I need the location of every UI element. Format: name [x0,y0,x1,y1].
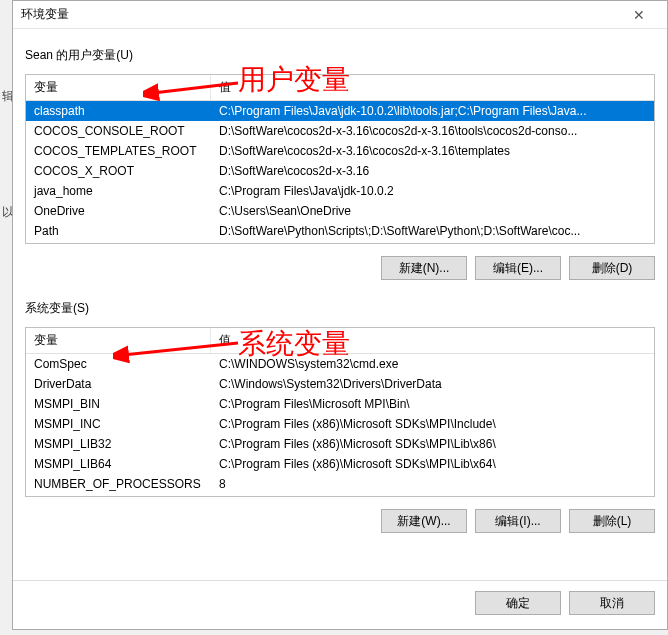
cell-value: C:\Users\Sean\OneDrive [211,202,654,220]
cell-variable: Path [26,222,211,240]
cell-value: C:\WINDOWS\system32\cmd.exe [211,355,654,373]
system-edit-button[interactable]: 编辑(I)... [475,509,561,533]
cell-variable: MSMPI_INC [26,415,211,433]
cell-variable: java_home [26,182,211,200]
user-vars-table[interactable]: 变量 值 classpathC:\Program Files\Java\jdk-… [25,74,655,244]
user-edit-button[interactable]: 编辑(E)... [475,256,561,280]
system-vars-label: 系统变量(S) [25,300,655,317]
cell-variable: ComSpec [26,355,211,373]
cell-variable: COCOS_CONSOLE_ROOT [26,122,211,140]
ok-button[interactable]: 确定 [475,591,561,615]
cell-value: D:\SoftWare\cocos2d-x-3.16 [211,162,654,180]
cell-variable: OneDrive [26,202,211,220]
env-vars-dialog: 环境变量 ✕ 用户变量 Sean 的用户变量(U) 变量 值 classpath… [12,0,668,630]
table-row[interactable]: OnlineServicesOnline Services [26,494,654,497]
cancel-button[interactable]: 取消 [569,591,655,615]
table-row[interactable]: COCOS_X_ROOTD:\SoftWare\cocos2d-x-3.16 [26,161,654,181]
cell-value: D:\SoftWare\cocos2d-x-3.16\cocos2d-x-3.1… [211,142,654,160]
column-value[interactable]: 值 [211,75,654,100]
cell-value: C:\Users\Sean\AppData\Local\Temp [211,242,654,244]
table-row[interactable]: DriverDataC:\Windows\System32\Drivers\Dr… [26,374,654,394]
cell-value: C:\Program Files (x86)\Microsoft SDKs\MP… [211,435,654,453]
table-row[interactable]: java_homeC:\Program Files\Java\jdk-10.0.… [26,181,654,201]
table-row[interactable]: classpathC:\Program Files\Java\jdk-10.0.… [26,101,654,121]
table-row[interactable]: COCOS_TEMPLATES_ROOTD:\SoftWare\cocos2d-… [26,141,654,161]
cell-value: C:\Program Files\Microsoft MPI\Bin\ [211,395,654,413]
table-row[interactable]: COCOS_CONSOLE_ROOTD:\SoftWare\cocos2d-x-… [26,121,654,141]
cell-variable: NUMBER_OF_PROCESSORS [26,475,211,493]
cell-variable: classpath [26,102,211,120]
user-new-button[interactable]: 新建(N)... [381,256,467,280]
cell-value: 8 [211,475,654,493]
cell-variable: MSMPI_LIB64 [26,455,211,473]
table-header: 变量 值 [26,328,654,354]
user-delete-button[interactable]: 删除(D) [569,256,655,280]
cell-variable: TEMP [26,242,211,244]
table-row[interactable]: TEMPC:\Users\Sean\AppData\Local\Temp [26,241,654,244]
close-icon[interactable]: ✕ [619,7,659,23]
cell-variable: MSMPI_BIN [26,395,211,413]
table-header: 变量 值 [26,75,654,101]
cell-value: D:\SoftWare\Python\Scripts\;D:\SoftWare\… [211,222,654,240]
table-row[interactable]: ComSpecC:\WINDOWS\system32\cmd.exe [26,354,654,374]
cell-value: C:\Program Files (x86)\Microsoft SDKs\MP… [211,455,654,473]
table-row[interactable]: MSMPI_LIB32C:\Program Files (x86)\Micros… [26,434,654,454]
cell-value: C:\Program Files\Java\jdk-10.0.2 [211,182,654,200]
table-row[interactable]: MSMPI_INCC:\Program Files (x86)\Microsof… [26,414,654,434]
column-variable[interactable]: 变量 [26,75,211,100]
cell-variable: DriverData [26,375,211,393]
user-vars-label: Sean 的用户变量(U) [25,47,655,64]
cell-value: C:\Windows\System32\Drivers\DriverData [211,375,654,393]
column-variable[interactable]: 变量 [26,328,211,353]
cell-variable: MSMPI_LIB32 [26,435,211,453]
cell-value: Online Services [211,495,654,497]
column-value[interactable]: 值 [211,328,654,353]
cell-variable: OnlineServices [26,495,211,497]
titlebar: 环境变量 ✕ [13,1,667,29]
table-row[interactable]: MSMPI_LIB64C:\Program Files (x86)\Micros… [26,454,654,474]
cell-variable: COCOS_X_ROOT [26,162,211,180]
table-row[interactable]: OneDriveC:\Users\Sean\OneDrive [26,201,654,221]
cell-variable: COCOS_TEMPLATES_ROOT [26,142,211,160]
cell-value: C:\Program Files\Java\jdk-10.0.2\lib\too… [211,102,654,120]
table-row[interactable]: PathD:\SoftWare\Python\Scripts\;D:\SoftW… [26,221,654,241]
table-row[interactable]: NUMBER_OF_PROCESSORS8 [26,474,654,494]
system-vars-table[interactable]: 变量 值 ComSpecC:\WINDOWS\system32\cmd.exeD… [25,327,655,497]
cell-value: C:\Program Files (x86)\Microsoft SDKs\MP… [211,415,654,433]
window-title: 环境变量 [21,6,619,23]
cell-value: D:\SoftWare\cocos2d-x-3.16\cocos2d-x-3.1… [211,122,654,140]
system-delete-button[interactable]: 删除(L) [569,509,655,533]
system-new-button[interactable]: 新建(W)... [381,509,467,533]
table-row[interactable]: MSMPI_BINC:\Program Files\Microsoft MPI\… [26,394,654,414]
